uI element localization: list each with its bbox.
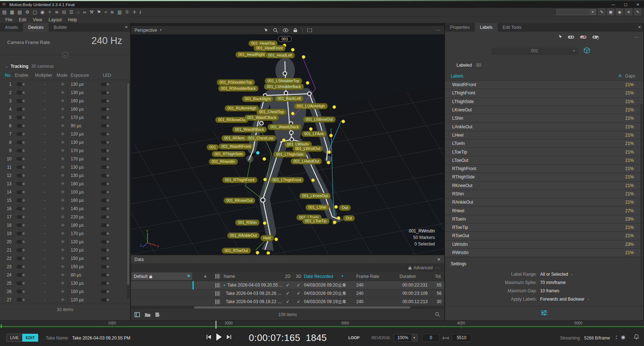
multiplier-value[interactable]: - xyxy=(35,281,55,286)
led-toggle[interactable] xyxy=(101,248,110,252)
marker-dot[interactable] xyxy=(337,216,340,220)
marker-label[interactable]: 001_RThighFront xyxy=(222,177,257,183)
label-row[interactable]: RThighFront 21% xyxy=(445,165,643,173)
enable-toggle[interactable] xyxy=(17,116,25,119)
enable-toggle[interactable] xyxy=(17,157,25,161)
marker-label[interactable]: 001_WaistLBack xyxy=(268,124,301,130)
marker-label[interactable]: 001_BackLeft xyxy=(275,96,304,102)
save-icon[interactable]: ▦ xyxy=(10,10,14,14)
led-toggle[interactable] xyxy=(101,124,110,128)
enable-toggle[interactable] xyxy=(17,298,25,302)
new-file-icon[interactable] xyxy=(155,312,160,317)
timeline-ruler[interactable]: 1000 2000 3000 4000 xyxy=(0,320,644,329)
menu-item[interactable]: Layout xyxy=(45,17,65,22)
marker-label[interactable]: 001_RElbowOut xyxy=(215,117,248,123)
marker-label[interactable]: 001_HeadLeft xyxy=(265,52,295,58)
multiplier-value[interactable]: - xyxy=(35,297,55,302)
multiplier-value[interactable]: - xyxy=(35,223,55,228)
close-panel-icon[interactable]: ✕ xyxy=(638,25,641,30)
mode-icon[interactable]: ⊕ xyxy=(55,206,71,211)
camera-row[interactable]: 15 - ⊕ 160 µs xyxy=(0,196,130,204)
marker-label[interactable]: Out xyxy=(339,205,351,211)
remove-labels-tag-icon[interactable] xyxy=(580,35,587,39)
marker-label[interactable]: 001_RFArm xyxy=(221,135,247,141)
multiplier-value[interactable]: - xyxy=(35,123,55,128)
led-toggle[interactable] xyxy=(101,223,110,227)
mode-icon[interactable]: ⊕ xyxy=(55,223,71,227)
mode-icon[interactable]: ⊕ xyxy=(55,281,71,285)
marker-set-icon[interactable]: ∴ xyxy=(77,10,80,14)
multiplier-value[interactable]: - xyxy=(35,264,55,269)
camera-row[interactable]: 18 - ⊕ 180 µs xyxy=(0,221,130,229)
multiplier-value[interactable]: - xyxy=(35,214,55,219)
label-row[interactable]: LShin 21% xyxy=(445,114,643,123)
enable-toggle[interactable] xyxy=(17,174,25,177)
enable-toggle[interactable] xyxy=(17,248,25,252)
mode-icon[interactable]: ⊕ xyxy=(55,123,71,128)
trajectory-2-icon[interactable]: ≋ xyxy=(110,10,114,14)
camera-row[interactable]: 5 - ⊕ 170 µs xyxy=(0,113,130,121)
list-view-icon[interactable] xyxy=(134,312,140,317)
camera-row[interactable]: 24 - ⊕ 80 µs xyxy=(0,271,130,279)
exposure-value[interactable]: 170 µs xyxy=(71,156,98,161)
favorite-column-icon[interactable]: ★ xyxy=(199,274,211,279)
column-duration[interactable]: Duration xyxy=(400,274,435,279)
settings-gear-icon[interactable]: ⚙ xyxy=(25,10,30,14)
led-toggle[interactable] xyxy=(101,182,110,186)
multiplier-value[interactable]: - xyxy=(35,231,55,236)
marker-label[interactable]: 001_WaistRBack xyxy=(232,127,267,133)
camera-row[interactable]: 17 - ⊕ 220 µs xyxy=(0,213,130,221)
led-toggle[interactable] xyxy=(101,116,110,119)
camera-row[interactable]: 27 - ⊕ 120 µs xyxy=(0,296,130,304)
layout-1-icon[interactable]: ① xyxy=(125,10,129,14)
label-row[interactable]: RShin 21% xyxy=(445,190,643,198)
menu-item[interactable]: Edit xyxy=(16,17,30,22)
led-toggle[interactable] xyxy=(101,190,110,194)
label-row[interactable]: LToeTip 21% xyxy=(445,148,643,156)
enable-toggle[interactable] xyxy=(17,124,25,128)
exposure-value[interactable]: 120 µs xyxy=(71,297,98,302)
led-toggle[interactable] xyxy=(101,99,110,103)
marker-dot[interactable] xyxy=(256,251,259,254)
marker-dot[interactable] xyxy=(263,178,267,181)
mode-icon[interactable]: ⊕ xyxy=(55,289,71,294)
exposure-value[interactable]: 170 µs xyxy=(71,115,98,120)
marker-label[interactable]: 001_LShoulderTop xyxy=(265,78,302,84)
lock-tool-icon[interactable] xyxy=(293,28,297,32)
enable-toggle[interactable] xyxy=(17,165,25,169)
label-row[interactable]: LToeOut 21% xyxy=(445,156,643,165)
mode-icon[interactable]: ⊕ xyxy=(55,98,71,103)
next-frame-button[interactable] xyxy=(226,334,231,341)
reverse-button[interactable]: REVERSE xyxy=(371,336,391,340)
left-panel-scrollbar[interactable] xyxy=(127,82,129,298)
multiplier-value[interactable]: - xyxy=(35,248,55,253)
led-toggle[interactable] xyxy=(101,132,110,136)
marker-label[interactable]: 001_RHandIn xyxy=(209,159,238,165)
mode-icon[interactable]: ⊕ xyxy=(55,115,71,120)
data-export-icon[interactable]: ≋ xyxy=(625,9,632,15)
play-button[interactable] xyxy=(216,333,222,342)
column-mode[interactable]: Mode xyxy=(55,73,71,78)
exposure-value[interactable]: 170 µs xyxy=(71,231,98,236)
led-toggle[interactable] xyxy=(101,174,110,177)
mode-icon[interactable]: ⊕ xyxy=(55,264,71,269)
mode-icon[interactable]: ⊕ xyxy=(55,165,71,169)
skeleton-select-dropdown[interactable]: 001 ▼ xyxy=(491,48,578,54)
column-led[interactable]: LED xyxy=(98,73,118,78)
camera-row[interactable]: 19 - ⊕ 170 µs xyxy=(0,229,130,238)
exposure-value[interactable]: 130 µs xyxy=(71,165,98,170)
label-row[interactable]: RToeIn 23% xyxy=(445,215,643,223)
tracks-column-icon[interactable] xyxy=(215,274,220,279)
enable-toggle[interactable] xyxy=(17,132,25,136)
range-start-input[interactable]: 0 xyxy=(422,334,440,342)
enable-toggle[interactable] xyxy=(17,215,25,219)
enable-toggle[interactable] xyxy=(17,199,25,202)
link-icon[interactable]: ∞ xyxy=(83,10,86,14)
enable-toggle[interactable] xyxy=(17,265,25,269)
camera-row[interactable]: 16 - ⊕ 140 µs xyxy=(0,204,130,213)
led-toggle[interactable] xyxy=(101,215,110,219)
exposure-value[interactable]: 220 µs xyxy=(71,214,98,219)
close-data-panel-icon[interactable]: ✕ xyxy=(437,257,441,262)
camera-row[interactable]: 11 - ⊕ 130 µs xyxy=(0,163,130,171)
wand-icon[interactable]: ✧ xyxy=(48,10,52,14)
